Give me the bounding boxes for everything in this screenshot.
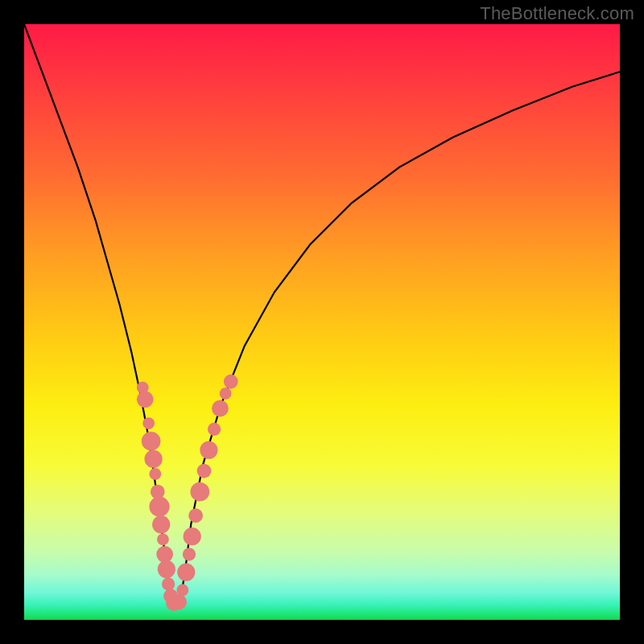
- bead-marker: [224, 374, 238, 389]
- bead-marker: [149, 468, 161, 480]
- bottleneck-curve: [24, 24, 620, 608]
- bead-marker: [200, 441, 217, 459]
- bead-marker: [142, 417, 155, 429]
- chart-frame: TheBottleneck.com: [0, 0, 644, 644]
- bead-marker: [152, 516, 170, 534]
- bead-marker: [176, 584, 188, 597]
- bead-marker: [220, 387, 232, 399]
- bead-marker: [197, 464, 212, 478]
- bead-marker: [149, 497, 169, 517]
- bead-marker: [158, 560, 175, 578]
- bead-marker: [183, 547, 196, 560]
- bead-marker: [142, 431, 161, 451]
- bead-marker: [184, 527, 201, 545]
- bead-marker: [190, 482, 209, 502]
- bead-marker: [188, 509, 203, 523]
- bead-marker: [137, 391, 154, 408]
- bead-marker: [208, 423, 221, 436]
- bead-marker: [162, 577, 175, 590]
- watermark-text: TheBottleneck.com: [480, 3, 634, 24]
- bead-marker: [157, 534, 169, 546]
- bead-marker: [171, 594, 187, 609]
- plot-area: [24, 24, 620, 620]
- bead-marker: [212, 400, 229, 417]
- bead-markers: [137, 374, 238, 611]
- bead-marker: [144, 450, 162, 468]
- bead-marker: [156, 546, 173, 563]
- bead-marker: [177, 564, 195, 581]
- curve-svg: [24, 24, 620, 620]
